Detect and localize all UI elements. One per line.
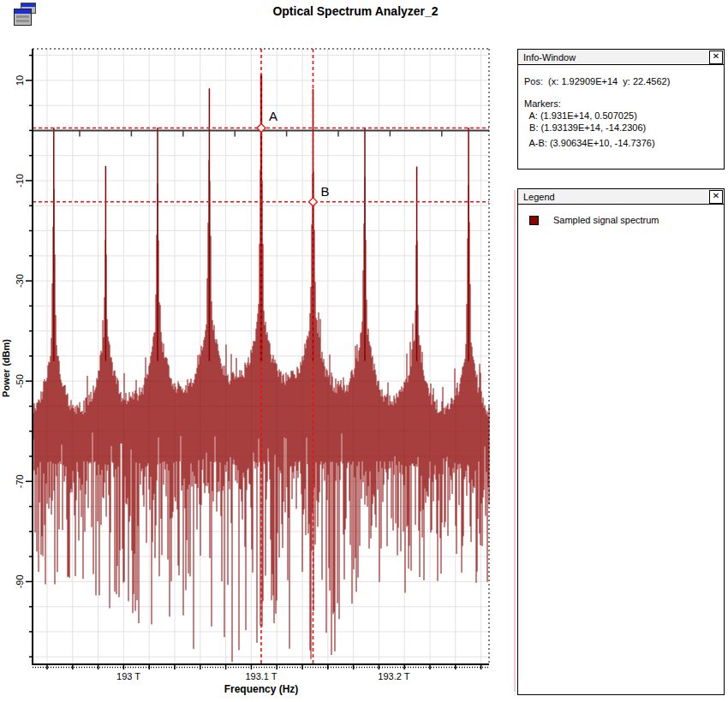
marker-a-readout: A: (1.931E+14, 0.507025) xyxy=(518,110,724,121)
marker-a-label: A xyxy=(269,109,277,123)
osa-window: Optical Spectrum Analyzer_2 AB10-10-30-5… xyxy=(0,0,728,702)
legend-body: Sampled signal spectrum xyxy=(518,215,724,225)
info-window-panel: Info-Window ✕ Pos: (x: 1.92909E+14 y: 22… xyxy=(517,49,725,170)
y-tick-label: -10 xyxy=(15,174,25,187)
legend-panel-edge-highlight xyxy=(514,190,516,692)
markers-heading: Markers: xyxy=(518,98,724,109)
marker-delta-readout: A-B: (3.90634E+10, -14.7376) xyxy=(518,138,724,148)
info-window-titlebar[interactable]: Info-Window ✕ xyxy=(518,50,724,65)
spectrum-plot: AB10-10-30-50-70-90Power (dBm)193 T193.1… xyxy=(0,0,514,702)
legend-item-label: Sampled signal spectrum xyxy=(553,215,659,225)
marker-b-handle[interactable] xyxy=(309,198,318,206)
y-tick-label: -50 xyxy=(15,374,25,388)
legend-item: Sampled signal spectrum xyxy=(529,215,724,225)
x-tick-label: 193.2 T xyxy=(378,671,409,681)
legend-titlebar[interactable]: Legend ✕ xyxy=(518,189,724,205)
info-window-title: Info-Window xyxy=(523,52,576,62)
y-tick-label: -70 xyxy=(15,474,25,488)
spectrum-chart-svg: AB10-10-30-50-70-90Power (dBm)193 T193.1… xyxy=(0,0,514,702)
marker-position-readout: Pos: (x: 1.92909E+14 y: 22.4562) xyxy=(518,76,724,86)
y-tick-label: -90 xyxy=(15,574,25,588)
y-axis-title: Power (dBm) xyxy=(1,339,11,397)
marker-b-readout: B: (1.93139E+14, -14.2306) xyxy=(518,122,724,133)
info-window-close-button[interactable]: ✕ xyxy=(709,51,723,64)
info-window-body: Pos: (x: 1.92909E+14 y: 22.4562) Markers… xyxy=(518,76,724,148)
x-tick-label: 193 T xyxy=(116,671,140,681)
legend-close-button[interactable]: ✕ xyxy=(709,190,723,204)
legend-title: Legend xyxy=(523,192,555,202)
marker-b-label: B xyxy=(321,184,330,199)
y-tick-label: 10 xyxy=(15,75,25,86)
legend-panel: Legend ✕ Sampled signal spectrum xyxy=(517,188,725,695)
x-axis-title: Frequency (Hz) xyxy=(224,683,299,695)
x-axis: 193 T193.1 T193.2 TFrequency (Hz) xyxy=(47,664,481,695)
y-axis: 10-10-30-50-70-90Power (dBm) xyxy=(1,56,33,657)
legend-color-swatch xyxy=(529,216,539,225)
y-tick-label: -30 xyxy=(15,274,25,288)
x-tick-label: 193.1 T xyxy=(245,671,277,681)
